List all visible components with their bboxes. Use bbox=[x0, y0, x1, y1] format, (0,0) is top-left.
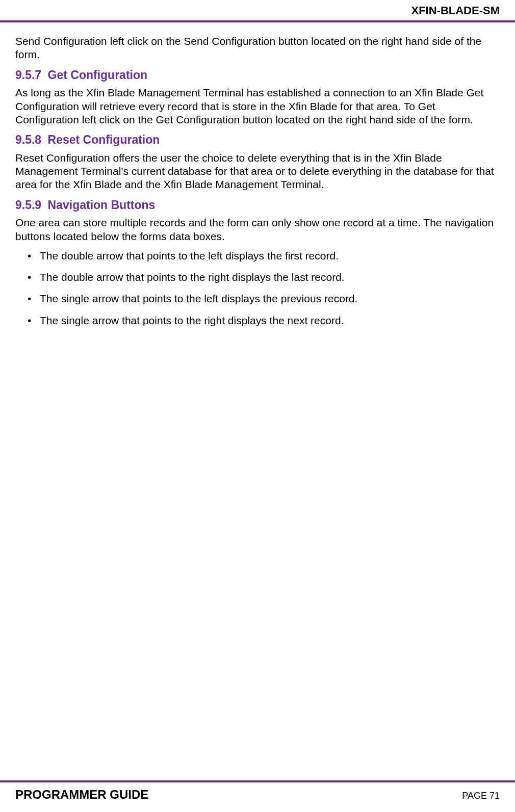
intro-paragraph: Send Configuration left click on the Sen… bbox=[15, 35, 500, 62]
list-item: The double arrow that points to the righ… bbox=[40, 271, 500, 284]
footer-guide-label: PROGRAMMER GUIDE bbox=[15, 788, 148, 802]
section-number: 9.5.9 bbox=[15, 198, 41, 212]
section-959-para: One area can store multiple records and … bbox=[15, 216, 500, 243]
section-heading-958: 9.5.8 Reset Configuration bbox=[15, 133, 500, 147]
list-item: The double arrow that points to the left… bbox=[40, 249, 500, 263]
section-number: 9.5.7 bbox=[15, 68, 41, 82]
header-title: XFIN-BLADE-SM bbox=[411, 4, 500, 17]
list-item: The single arrow that points to the righ… bbox=[40, 314, 500, 327]
section-958-para: Reset Configuration offers the user the … bbox=[15, 151, 500, 192]
page-content: Send Configuration left click on the Sen… bbox=[0, 22, 515, 780]
section-title: Reset Configuration bbox=[48, 133, 160, 146]
footer-page-number: PAGE 71 bbox=[462, 791, 500, 801]
section-number: 9.5.8 bbox=[15, 133, 41, 146]
list-item: The single arrow that points to the left… bbox=[40, 292, 500, 305]
page-header: XFIN-BLADE-SM bbox=[0, 0, 515, 22]
section-heading-957: 9.5.7 Get Configuration bbox=[15, 68, 500, 83]
page: XFIN-BLADE-SM Send Configuration left cl… bbox=[0, 0, 515, 812]
section-title: Navigation Buttons bbox=[48, 198, 156, 212]
section-heading-959: 9.5.9 Navigation Buttons bbox=[15, 198, 500, 213]
page-footer: PROGRAMMER GUIDE PAGE 71 bbox=[0, 780, 515, 812]
section-957-para: As long as the Xfin Blade Management Ter… bbox=[15, 86, 500, 126]
navigation-bullet-list: The double arrow that points to the left… bbox=[15, 249, 500, 327]
section-title: Get Configuration bbox=[48, 68, 147, 82]
